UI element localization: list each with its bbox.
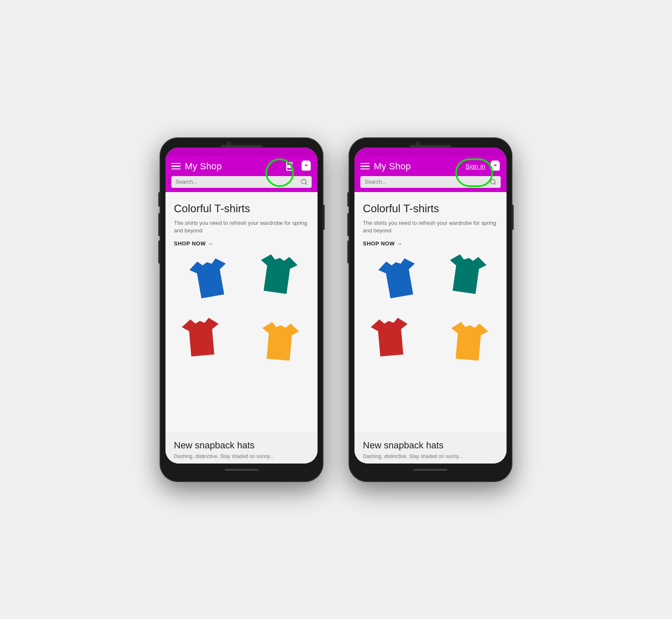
svg-line-1 [305,183,307,184]
phone-device-1: My Shop [160,137,323,482]
svg-marker-4 [181,317,221,357]
svg-marker-2 [188,257,231,299]
bottom-section-2: New snapback hats Dashing, distinctive. … [354,433,507,464]
phone-2: My Shop Sign in [349,137,512,482]
search-button-2[interactable] [490,179,496,185]
svg-point-0 [302,179,306,184]
status-bar-2 [354,148,507,156]
shop-now-button-1[interactable]: SHOP NOW → [174,240,213,247]
svg-point-6 [491,179,495,184]
blue-tshirt [186,257,233,299]
home-indicator-1 [225,469,258,471]
search-button-1[interactable] [301,179,307,185]
red-tshirt [178,316,224,358]
hero-section-1: Colorful T-shirts The shirts you need to… [165,192,318,433]
svg-marker-9 [446,253,487,295]
cart-button-2[interactable] [490,160,501,173]
home-indicator-2 [414,469,447,471]
hamburger-icon-2[interactable] [360,163,370,170]
hero-subtitle-1: The shirts you need to refresh your ward… [174,219,309,234]
green-tshirt-2 [444,253,490,295]
phone-device-2: My Shop Sign in [349,137,512,482]
app-header-2: My Shop Sign in [354,156,507,192]
hamburger-icon[interactable] [171,163,181,170]
bottom-title-1: New snapback hats [174,440,309,451]
phone-bottom-bar-1 [165,464,318,476]
bottom-title-2: New snapback hats [363,440,498,451]
tshirt-illustration-1 [174,251,309,369]
search-input-1[interactable] [176,179,298,185]
bottom-subtitle-1: Dashing, distinctive. Stay shaded on sun… [174,453,309,459]
app-title-1: My Shop [185,161,281,172]
phone-1: My Shop [160,137,323,482]
camera-2 [416,142,420,146]
red-tshirt-2 [367,316,413,358]
bottom-subtitle-2: Dashing, distinctive. Stay shaded on sun… [363,453,498,459]
app-title-2: My Shop [374,161,461,172]
search-bar-1 [171,176,312,188]
blue-tshirt-2 [375,257,422,299]
login-icon-button[interactable] [285,161,297,172]
search-input-2[interactable] [365,179,487,185]
svg-line-7 [494,183,496,184]
hero-subtitle-2: The shirts you need to refresh your ward… [363,219,498,234]
shop-now-button-2[interactable]: SHOP NOW → [363,240,402,247]
phone-bottom-bar-2 [354,464,507,476]
app-header-1: My Shop [165,156,318,192]
cart-button[interactable] [301,160,312,173]
hero-title-2: Colorful T-shirts [363,202,498,215]
header-actions-1 [285,160,312,173]
yellow-tshirt [257,320,303,362]
header-row-2: My Shop Sign in [360,160,501,173]
status-bar-1 [165,148,318,156]
signin-text-button[interactable]: Sign in [465,163,486,170]
search-bar-2 [360,176,501,188]
header-actions-2: Sign in [465,160,501,173]
hero-title-1: Colorful T-shirts [174,202,309,215]
green-tshirt [255,253,301,295]
svg-marker-3 [257,253,298,295]
screen-content-2: Colorful T-shirts The shirts you need to… [354,192,507,464]
screen-1: My Shop [165,148,318,464]
hero-section-2: Colorful T-shirts The shirts you need to… [354,192,507,433]
svg-marker-5 [260,321,299,361]
svg-marker-11 [449,321,488,361]
screen-content-1: Colorful T-shirts The shirts you need to… [165,192,318,464]
yellow-tshirt-2 [446,320,492,362]
camera [227,142,231,146]
tshirt-illustration-2 [363,251,498,369]
bottom-section-1: New snapback hats Dashing, distinctive. … [165,433,318,464]
svg-marker-10 [370,317,410,357]
screen-2: My Shop Sign in [354,148,507,464]
svg-marker-8 [377,257,420,299]
header-row-1: My Shop [171,160,312,173]
